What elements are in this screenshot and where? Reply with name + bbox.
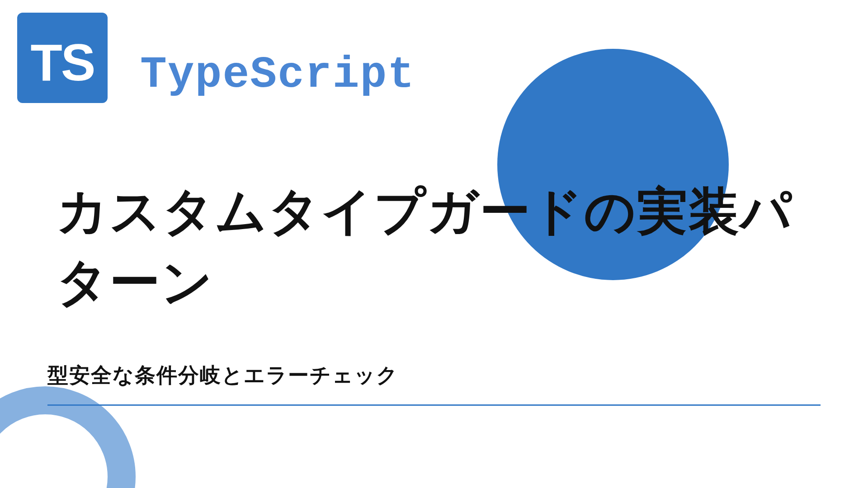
decorative-ring: [0, 386, 136, 488]
divider-line: [47, 404, 821, 406]
logo-text: TS: [31, 37, 94, 89]
presentation-slide: TS TypeScript カスタムタイプガードの実装パターン 型安全な条件分岐…: [0, 0, 868, 488]
main-title: カスタムタイプガードの実装パターン: [57, 176, 811, 318]
brand-title: TypeScript: [140, 50, 415, 100]
typescript-logo: TS: [17, 13, 108, 103]
subtitle: 型安全な条件分岐とエラーチェック: [47, 361, 821, 400]
subtitle-container: 型安全な条件分岐とエラーチェック: [47, 361, 821, 400]
